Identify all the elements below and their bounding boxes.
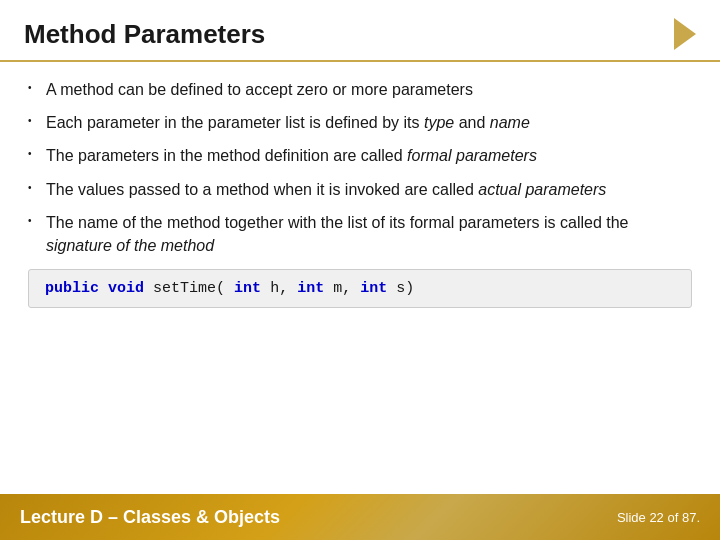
code-text: s): [396, 280, 414, 297]
slide-title: Method Parameters: [24, 19, 265, 50]
bullet-dot: •: [28, 214, 46, 229]
italic-text: type: [424, 114, 454, 131]
bullet-text: A method can be defined to accept zero o…: [46, 78, 692, 101]
italic-text: actual parameters: [478, 181, 606, 198]
bullet-text: Each parameter in the parameter list is …: [46, 111, 692, 134]
bullet-list: • A method can be defined to accept zero…: [28, 78, 692, 257]
slide-footer: Lecture D – Classes & Objects Slide 22 o…: [0, 494, 720, 540]
code-keyword-void: void: [108, 280, 144, 297]
bullet-dot: •: [28, 147, 46, 162]
list-item: • The values passed to a method when it …: [28, 178, 692, 201]
list-item: • The name of the method together with t…: [28, 211, 692, 257]
footer-slide-number: Slide 22 of 87.: [617, 510, 700, 525]
list-item: • Each parameter in the parameter list i…: [28, 111, 692, 134]
arrow-icon: [674, 18, 696, 50]
slide: Method Parameters • A method can be defi…: [0, 0, 720, 540]
bullet-text: The name of the method together with the…: [46, 211, 692, 257]
list-item: • A method can be defined to accept zero…: [28, 78, 692, 101]
italic-text: formal parameters: [407, 147, 537, 164]
bullet-text: The parameters in the method definition …: [46, 144, 692, 167]
code-text: m,: [333, 280, 360, 297]
italic-text: signature of the method: [46, 237, 214, 254]
slide-header: Method Parameters: [0, 0, 720, 62]
slide-content: • A method can be defined to accept zero…: [0, 62, 720, 494]
italic-text: name: [490, 114, 530, 131]
code-keyword-int2: int: [297, 280, 324, 297]
code-keyword-int3: int: [360, 280, 387, 297]
bullet-text: The values passed to a method when it is…: [46, 178, 692, 201]
code-keyword-int1: int: [234, 280, 261, 297]
bullet-dot: •: [28, 81, 46, 96]
code-block: public void setTime( int h, int m, int s…: [28, 269, 692, 308]
bullet-dot: •: [28, 181, 46, 196]
bullet-dot: •: [28, 114, 46, 129]
code-text: h,: [270, 280, 297, 297]
list-item: • The parameters in the method definitio…: [28, 144, 692, 167]
code-text: setTime(: [153, 280, 225, 297]
footer-title: Lecture D – Classes & Objects: [20, 507, 280, 528]
code-keyword-public: public: [45, 280, 99, 297]
